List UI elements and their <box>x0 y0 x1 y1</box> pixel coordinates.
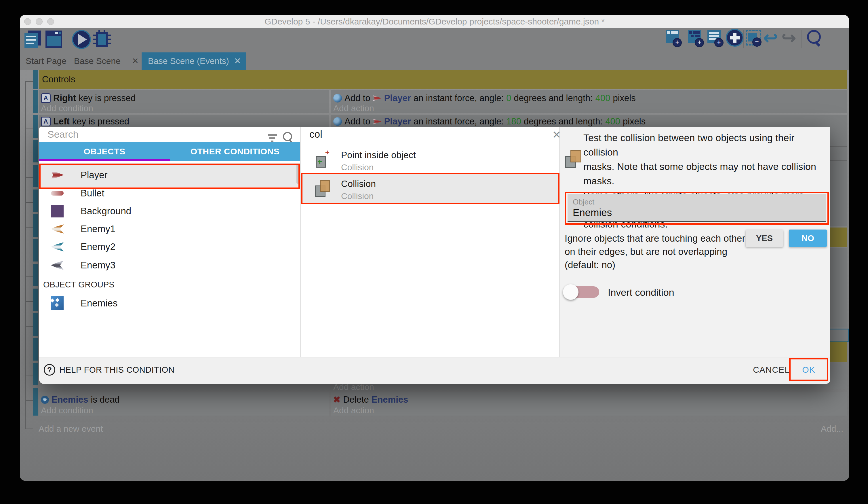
object-group-icon <box>51 296 64 310</box>
redo-icon[interactable]: ↪ <box>782 29 800 47</box>
event-drag-strip[interactable] <box>33 239 38 262</box>
event-drag-strip[interactable] <box>33 338 38 361</box>
text-segment: is dead <box>91 395 120 405</box>
invert-toggle-thumb[interactable] <box>563 284 578 300</box>
active-tab-underline <box>39 159 170 161</box>
tab-other-conditions[interactable]: OTHER CONDITIONS <box>170 142 300 161</box>
event-group-controls[interactable]: Controls <box>39 70 847 89</box>
search-events-icon[interactable] <box>806 30 823 48</box>
bullet-sprite-icon <box>51 191 64 195</box>
event-drag-strip[interactable] <box>33 165 38 187</box>
delete-event-icon[interactable]: − <box>746 30 762 48</box>
enemy2-ship-icon <box>51 241 64 253</box>
text-segment: an instant force, angle: <box>414 93 504 103</box>
event-drag-strip[interactable] <box>33 313 38 336</box>
scene-editor-icon[interactable] <box>45 31 63 48</box>
object-item-enemies-group[interactable]: Enemies <box>39 294 300 312</box>
close-window-button[interactable] <box>24 18 31 25</box>
text-segment: an instant force, angle: <box>414 117 504 127</box>
annotation-box-ok <box>789 358 828 381</box>
event-tree-tick <box>25 252 33 252</box>
play-preview-icon[interactable] <box>72 30 90 48</box>
object-label: Enemy3 <box>81 260 115 271</box>
event-drag-strip[interactable] <box>33 90 38 113</box>
project-manager-icon[interactable] <box>24 31 42 48</box>
choose-add-event-icon[interactable] <box>726 29 742 47</box>
tab-base-scene-close-icon[interactable]: ✕ <box>130 52 141 70</box>
event-drag-strip[interactable] <box>33 289 38 311</box>
toolbar-separator <box>743 30 744 48</box>
text-segment: 400 <box>596 93 610 103</box>
add-action-link[interactable]: Add action <box>333 103 374 113</box>
ship-icon <box>373 94 382 102</box>
event-drag-strip[interactable] <box>33 363 38 385</box>
text-segment: Player <box>384 93 411 103</box>
tab-label: Base Scene <box>74 56 121 65</box>
enemy3-ship-icon <box>51 260 64 271</box>
event-drag-strip[interactable] <box>33 190 38 212</box>
ignore-edges-label: Ignore objects that are touching each ot… <box>565 232 755 272</box>
action-cell[interactable]: Delete Enemies Add action <box>331 392 847 416</box>
yes-button[interactable]: YES <box>746 230 783 247</box>
tab-base-scene-events[interactable]: Base Scene (Events) ✕ <box>142 52 246 70</box>
condition-cell[interactable]: Right key is pressed Add condition <box>39 90 329 113</box>
undo-icon[interactable]: ↩ <box>763 29 782 47</box>
zoom-window-button[interactable] <box>47 18 54 25</box>
event-tree-tick <box>25 276 33 277</box>
action-cell[interactable]: Add to Player an instant force, angle: 0… <box>331 90 847 113</box>
event-drag-strip[interactable] <box>33 214 38 237</box>
tab-base-scene[interactable]: Base Scene <box>71 52 123 70</box>
event-tree-tick <box>25 178 33 178</box>
add-more-link[interactable]: Add... <box>821 424 843 434</box>
object-groups-header: OBJECT GROUPS <box>43 280 115 290</box>
add-condition-link[interactable]: Add condition <box>41 405 93 415</box>
tab-objects[interactable]: OBJECTS <box>39 142 170 161</box>
app-window: GDevelop 5 - /Users/dkarakay/Documents/G… <box>20 15 849 481</box>
event-drag-strip[interactable] <box>33 115 38 138</box>
text-segment: Add to <box>344 117 370 127</box>
event-drag-strip[interactable] <box>33 140 38 162</box>
object-item-enemy1[interactable]: Enemy1 <box>39 220 300 238</box>
object-label: Background <box>81 205 131 216</box>
key-a-icon <box>41 93 51 103</box>
text-segment: Right <box>53 93 76 103</box>
add-new-event-link[interactable]: Add a new event <box>39 424 103 434</box>
toolbar-separator <box>802 30 802 48</box>
annotation-box-object-field <box>565 192 829 225</box>
text-segment: Enemies <box>372 395 409 405</box>
event-drag-strip[interactable] <box>33 264 38 286</box>
object-item-background[interactable]: Background <box>39 202 300 220</box>
object-item-enemy2[interactable]: Enemy2 <box>39 238 300 256</box>
event-drag-strip[interactable] <box>33 387 38 416</box>
text-segment: 180 <box>506 117 521 127</box>
text-segment: Delete <box>343 395 369 405</box>
event-tree-tick <box>25 400 33 401</box>
help-label: HELP FOR THIS CONDITION <box>59 365 174 375</box>
event-drag-strip[interactable] <box>33 70 38 89</box>
add-comment-icon[interactable]: + <box>707 30 724 48</box>
objects-search-input[interactable]: Search <box>48 127 220 142</box>
no-button[interactable]: NO <box>789 230 827 247</box>
tab-label: Base Scene (Events) <box>148 52 229 70</box>
result-subtitle: Collision <box>341 162 374 172</box>
condition-cell[interactable]: Enemies is dead Add condition <box>39 392 329 416</box>
tab-base-scene-events-close-icon[interactable]: ✕ <box>234 52 241 70</box>
tab-start-page[interactable]: Start Page <box>23 52 69 70</box>
key-a-icon <box>41 117 51 127</box>
debug-icon[interactable] <box>93 30 112 49</box>
add-action-link[interactable]: Add action <box>333 405 374 415</box>
minimize-window-button[interactable] <box>36 18 43 25</box>
search-divider <box>300 142 560 142</box>
object-item-enemy3[interactable]: Enemy3 <box>39 256 300 274</box>
add-event-icon[interactable]: + <box>666 30 682 48</box>
help-icon: ? <box>44 364 55 375</box>
result-point-inside-object[interactable]: + + Point inside object Collision <box>301 144 559 173</box>
condition-search-input[interactable]: col <box>309 127 482 142</box>
add-subevent-icon[interactable]: + <box>688 30 704 48</box>
delete-x-icon <box>333 395 340 404</box>
add-condition-link[interactable]: Add condition <box>41 103 93 113</box>
object-label: Enemy2 <box>81 241 115 252</box>
cancel-button[interactable]: CANCEL <box>748 364 794 375</box>
help-for-condition-button[interactable]: ? HELP FOR THIS CONDITION <box>44 364 245 375</box>
toolbar-separator <box>67 31 68 48</box>
